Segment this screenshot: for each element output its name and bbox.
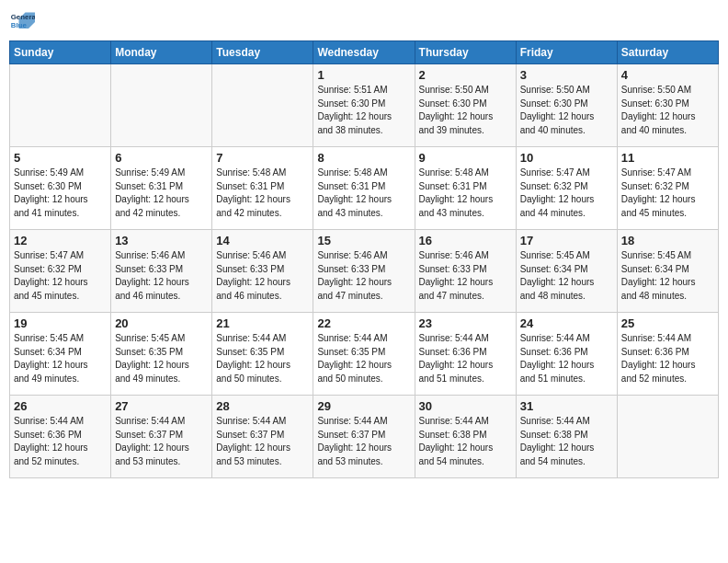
calendar-cell xyxy=(617,396,718,478)
calendar-week-4: 19Sunrise: 5:45 AM Sunset: 6:34 PM Dayli… xyxy=(10,313,719,396)
calendar-cell: 23Sunrise: 5:44 AM Sunset: 6:36 PM Dayli… xyxy=(415,313,516,396)
logo-icon: General Blue xyxy=(9,9,35,35)
cell-info: Sunrise: 5:45 AM Sunset: 6:34 PM Dayligh… xyxy=(14,332,107,385)
day-number: 16 xyxy=(419,234,512,247)
calendar-cell: 12Sunrise: 5:47 AM Sunset: 6:32 PM Dayli… xyxy=(10,230,111,313)
calendar-cell: 20Sunrise: 5:45 AM Sunset: 6:35 PM Dayli… xyxy=(111,313,212,396)
svg-text:General: General xyxy=(11,13,35,21)
cell-info: Sunrise: 5:45 AM Sunset: 6:34 PM Dayligh… xyxy=(621,249,714,303)
day-number: 1 xyxy=(317,68,410,82)
calendar-cell: 5Sunrise: 5:49 AM Sunset: 6:30 PM Daylig… xyxy=(10,147,111,230)
cell-info: Sunrise: 5:50 AM Sunset: 6:30 PM Dayligh… xyxy=(621,84,714,137)
day-number: 9 xyxy=(419,151,512,165)
day-header-tuesday: Tuesday xyxy=(212,41,313,64)
day-number: 15 xyxy=(317,234,410,247)
calendar-cell: 24Sunrise: 5:44 AM Sunset: 6:36 PM Dayli… xyxy=(516,313,617,396)
cell-info: Sunrise: 5:44 AM Sunset: 6:38 PM Dayligh… xyxy=(419,415,512,468)
cell-info: Sunrise: 5:44 AM Sunset: 6:37 PM Dayligh… xyxy=(115,415,208,468)
calendar-cell: 9Sunrise: 5:48 AM Sunset: 6:31 PM Daylig… xyxy=(415,147,516,230)
calendar-week-1: 1Sunrise: 5:51 AM Sunset: 6:30 PM Daylig… xyxy=(10,64,719,147)
cell-info: Sunrise: 5:44 AM Sunset: 6:36 PM Dayligh… xyxy=(520,332,613,385)
cell-info: Sunrise: 5:48 AM Sunset: 6:31 PM Dayligh… xyxy=(419,167,512,220)
day-number: 19 xyxy=(14,316,107,330)
day-number: 3 xyxy=(520,68,613,82)
calendar-cell: 4Sunrise: 5:50 AM Sunset: 6:30 PM Daylig… xyxy=(617,64,718,147)
cell-info: Sunrise: 5:49 AM Sunset: 6:31 PM Dayligh… xyxy=(115,167,208,220)
day-number: 21 xyxy=(216,316,309,330)
calendar-week-3: 12Sunrise: 5:47 AM Sunset: 6:32 PM Dayli… xyxy=(10,230,719,313)
calendar-cell: 21Sunrise: 5:44 AM Sunset: 6:35 PM Dayli… xyxy=(212,313,313,396)
calendar-cell: 25Sunrise: 5:44 AM Sunset: 6:36 PM Dayli… xyxy=(617,313,718,396)
cell-info: Sunrise: 5:44 AM Sunset: 6:37 PM Dayligh… xyxy=(317,415,410,468)
svg-text:Blue: Blue xyxy=(11,21,28,29)
day-number: 20 xyxy=(115,316,208,330)
calendar-cell: 6Sunrise: 5:49 AM Sunset: 6:31 PM Daylig… xyxy=(111,147,212,230)
day-number: 25 xyxy=(621,316,714,330)
cell-info: Sunrise: 5:48 AM Sunset: 6:31 PM Dayligh… xyxy=(216,167,309,220)
cell-info: Sunrise: 5:44 AM Sunset: 6:36 PM Dayligh… xyxy=(14,415,107,468)
day-number: 7 xyxy=(216,151,309,165)
cell-info: Sunrise: 5:45 AM Sunset: 6:34 PM Dayligh… xyxy=(520,249,613,303)
cell-info: Sunrise: 5:46 AM Sunset: 6:33 PM Dayligh… xyxy=(216,249,309,303)
day-header-friday: Friday xyxy=(516,41,617,64)
calendar-cell: 3Sunrise: 5:50 AM Sunset: 6:30 PM Daylig… xyxy=(516,64,617,147)
calendar-cell: 16Sunrise: 5:46 AM Sunset: 6:33 PM Dayli… xyxy=(415,230,516,313)
day-header-wednesday: Wednesday xyxy=(313,41,415,64)
day-number: 29 xyxy=(317,399,410,413)
day-header-saturday: Saturday xyxy=(617,41,718,64)
cell-info: Sunrise: 5:50 AM Sunset: 6:30 PM Dayligh… xyxy=(520,84,613,137)
calendar-cell: 13Sunrise: 5:46 AM Sunset: 6:33 PM Dayli… xyxy=(111,230,212,313)
cell-info: Sunrise: 5:48 AM Sunset: 6:31 PM Dayligh… xyxy=(317,167,410,220)
calendar-cell: 11Sunrise: 5:47 AM Sunset: 6:32 PM Dayli… xyxy=(617,147,718,230)
cell-info: Sunrise: 5:44 AM Sunset: 6:36 PM Dayligh… xyxy=(621,332,714,385)
day-number: 13 xyxy=(115,234,208,247)
calendar-cell: 19Sunrise: 5:45 AM Sunset: 6:34 PM Dayli… xyxy=(10,313,111,396)
day-number: 22 xyxy=(317,316,410,330)
calendar-table: SundayMondayTuesdayWednesdayThursdayFrid… xyxy=(9,40,719,478)
day-number: 6 xyxy=(115,151,208,165)
logo: General Blue xyxy=(9,9,35,35)
day-number: 12 xyxy=(14,234,107,247)
day-number: 17 xyxy=(520,234,613,247)
day-number: 18 xyxy=(621,234,714,247)
cell-info: Sunrise: 5:44 AM Sunset: 6:38 PM Dayligh… xyxy=(520,415,613,468)
cell-info: Sunrise: 5:47 AM Sunset: 6:32 PM Dayligh… xyxy=(621,167,714,220)
day-number: 30 xyxy=(419,399,512,413)
day-header-thursday: Thursday xyxy=(415,41,516,64)
calendar-cell: 7Sunrise: 5:48 AM Sunset: 6:31 PM Daylig… xyxy=(212,147,313,230)
cell-info: Sunrise: 5:46 AM Sunset: 6:33 PM Dayligh… xyxy=(115,249,208,303)
cell-info: Sunrise: 5:44 AM Sunset: 6:37 PM Dayligh… xyxy=(216,415,309,468)
cell-info: Sunrise: 5:51 AM Sunset: 6:30 PM Dayligh… xyxy=(317,84,410,137)
day-number: 2 xyxy=(419,68,512,82)
calendar-cell: 22Sunrise: 5:44 AM Sunset: 6:35 PM Dayli… xyxy=(313,313,415,396)
calendar-cell: 1Sunrise: 5:51 AM Sunset: 6:30 PM Daylig… xyxy=(313,64,415,147)
cell-info: Sunrise: 5:46 AM Sunset: 6:33 PM Dayligh… xyxy=(419,249,512,303)
calendar-cell: 26Sunrise: 5:44 AM Sunset: 6:36 PM Dayli… xyxy=(10,396,111,478)
day-number: 26 xyxy=(14,399,107,413)
day-number: 31 xyxy=(520,399,613,413)
day-number: 10 xyxy=(520,151,613,165)
page-header: General Blue xyxy=(9,9,719,35)
calendar-week-2: 5Sunrise: 5:49 AM Sunset: 6:30 PM Daylig… xyxy=(10,147,719,230)
calendar-cell: 17Sunrise: 5:45 AM Sunset: 6:34 PM Dayli… xyxy=(516,230,617,313)
day-number: 5 xyxy=(14,151,107,165)
calendar-cell xyxy=(10,64,111,147)
calendar-cell: 2Sunrise: 5:50 AM Sunset: 6:30 PM Daylig… xyxy=(415,64,516,147)
cell-info: Sunrise: 5:44 AM Sunset: 6:35 PM Dayligh… xyxy=(317,332,410,385)
cell-info: Sunrise: 5:45 AM Sunset: 6:35 PM Dayligh… xyxy=(115,332,208,385)
day-number: 23 xyxy=(419,316,512,330)
calendar-cell: 29Sunrise: 5:44 AM Sunset: 6:37 PM Dayli… xyxy=(313,396,415,478)
calendar-header-row: SundayMondayTuesdayWednesdayThursdayFrid… xyxy=(10,41,719,64)
day-number: 11 xyxy=(621,151,714,165)
cell-info: Sunrise: 5:47 AM Sunset: 6:32 PM Dayligh… xyxy=(14,249,107,303)
day-number: 27 xyxy=(115,399,208,413)
calendar-cell: 30Sunrise: 5:44 AM Sunset: 6:38 PM Dayli… xyxy=(415,396,516,478)
day-header-monday: Monday xyxy=(111,41,212,64)
day-header-sunday: Sunday xyxy=(10,41,111,64)
calendar-cell: 18Sunrise: 5:45 AM Sunset: 6:34 PM Dayli… xyxy=(617,230,718,313)
cell-info: Sunrise: 5:46 AM Sunset: 6:33 PM Dayligh… xyxy=(317,249,410,303)
day-number: 8 xyxy=(317,151,410,165)
calendar-cell: 14Sunrise: 5:46 AM Sunset: 6:33 PM Dayli… xyxy=(212,230,313,313)
day-number: 24 xyxy=(520,316,613,330)
calendar-cell: 15Sunrise: 5:46 AM Sunset: 6:33 PM Dayli… xyxy=(313,230,415,313)
